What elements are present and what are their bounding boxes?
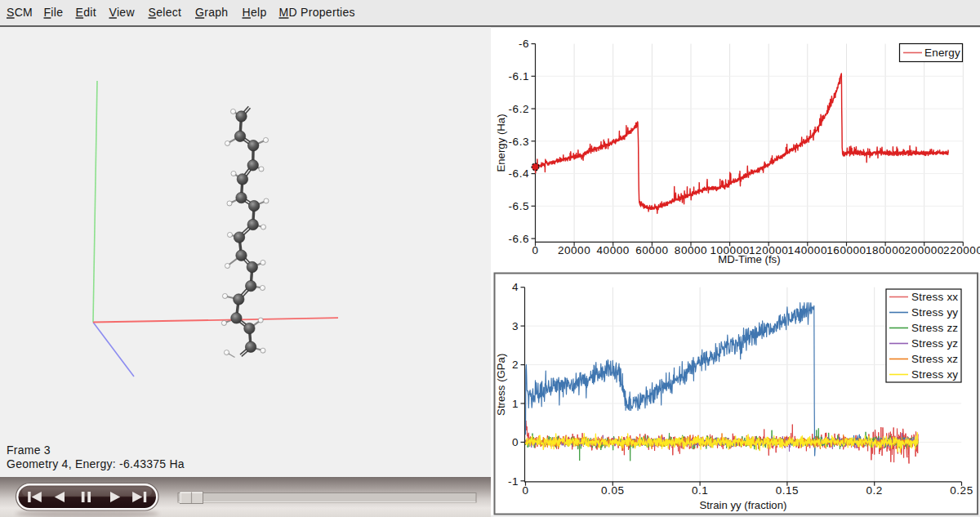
svg-text:0.1: 0.1 (692, 484, 708, 497)
svg-text:160000: 160000 (826, 244, 866, 256)
svg-text:Energy (Ha): Energy (Ha) (495, 114, 507, 172)
svg-text:Stress yz: Stress yz (911, 337, 958, 350)
svg-text:0.2: 0.2 (866, 484, 882, 497)
svg-text:Geometry 4, Energy: -6.43375 H: Geometry 4, Energy: -6.43375 Ha (7, 457, 185, 470)
svg-text:0.05: 0.05 (601, 484, 624, 497)
svg-text:180000: 180000 (866, 244, 905, 256)
svg-text:220000: 220000 (943, 244, 980, 256)
svg-text:Stress (GPa): Stress (GPa) (495, 354, 507, 416)
svg-text:File: File (44, 6, 64, 19)
svg-text:60000: 60000 (635, 244, 668, 256)
svg-text:0: 0 (522, 484, 528, 497)
svg-text:3: 3 (512, 320, 519, 332)
svg-text:0: 0 (532, 244, 538, 256)
svg-text:MD-Time (fs): MD-Time (fs) (718, 253, 780, 265)
svg-text:80000: 80000 (675, 244, 707, 256)
svg-text:Help: Help (243, 6, 267, 19)
svg-text:SCM: SCM (7, 6, 33, 19)
svg-text:View: View (109, 6, 136, 19)
svg-text:-6.3: -6.3 (509, 136, 529, 148)
svg-text:200000: 200000 (905, 244, 944, 256)
svg-text:-6: -6 (519, 38, 529, 50)
svg-text:-6.5: -6.5 (509, 200, 529, 212)
svg-text:4: 4 (512, 281, 519, 293)
svg-text:40000: 40000 (597, 244, 630, 256)
svg-text:1: 1 (512, 398, 519, 410)
svg-text:MD Properties: MD Properties (279, 6, 355, 19)
svg-text:Stress yy: Stress yy (911, 306, 958, 319)
svg-text:0.25: 0.25 (950, 484, 973, 497)
svg-text:-6.1: -6.1 (509, 70, 529, 82)
svg-text:-1: -1 (508, 475, 519, 488)
svg-text:0: 0 (512, 436, 519, 448)
svg-text:Stress xx: Stress xx (911, 291, 958, 303)
svg-text:Frame 3: Frame 3 (7, 443, 51, 457)
svg-text:Energy: Energy (924, 47, 960, 59)
svg-text:Select: Select (149, 6, 182, 19)
svg-text:2: 2 (512, 359, 519, 371)
svg-text:0.15: 0.15 (776, 484, 799, 497)
svg-text:-6.2: -6.2 (509, 103, 529, 115)
svg-text:20000: 20000 (558, 244, 590, 256)
svg-text:Graph: Graph (195, 6, 228, 19)
svg-text:Stress zz: Stress zz (911, 322, 958, 334)
svg-text:Strain yy (fraction): Strain yy (fraction) (699, 499, 786, 511)
svg-text:Stress xz: Stress xz (911, 353, 958, 365)
svg-text:140000: 140000 (788, 244, 827, 256)
svg-text:Edit: Edit (76, 6, 96, 19)
svg-text:-6.4: -6.4 (509, 167, 529, 180)
svg-text:-6.6: -6.6 (509, 233, 529, 245)
svg-text:Stress xy: Stress xy (911, 368, 958, 381)
